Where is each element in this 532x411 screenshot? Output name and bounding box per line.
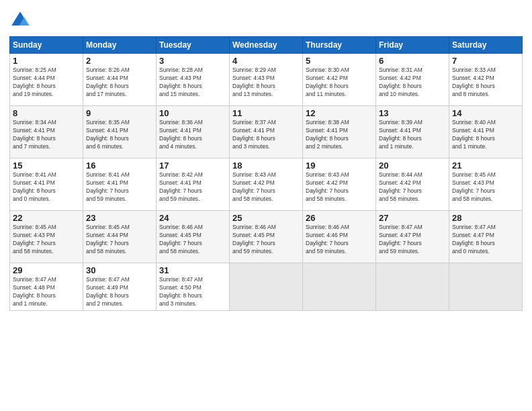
day-info: Sunrise: 8:38 AM Sunset: 4:41 PM Dayligh… [306,119,373,151]
header-cell-monday: Monday [83,37,157,54]
day-info: Sunrise: 8:33 AM Sunset: 4:42 PM Dayligh… [452,66,519,99]
day-info: Sunrise: 8:45 AM Sunset: 4:44 PM Dayligh… [86,224,153,256]
day-cell: 8Sunrise: 8:34 AM Sunset: 4:41 PM Daylig… [10,106,83,158]
day-info: Sunrise: 8:47 AM Sunset: 4:48 PM Dayligh… [13,276,80,308]
day-info: Sunrise: 8:43 AM Sunset: 4:42 PM Dayligh… [306,171,373,203]
day-cell: 26Sunrise: 8:46 AM Sunset: 4:46 PM Dayli… [303,211,376,263]
day-cell: 3Sunrise: 8:28 AM Sunset: 4:43 PM Daylig… [157,54,230,106]
day-info: Sunrise: 8:46 AM Sunset: 4:46 PM Dayligh… [306,224,373,256]
day-info: Sunrise: 8:25 AM Sunset: 4:44 PM Dayligh… [13,66,80,99]
day-cell: 2Sunrise: 8:26 AM Sunset: 4:44 PM Daylig… [83,54,157,106]
week-row-5: 29Sunrise: 8:47 AM Sunset: 4:48 PM Dayli… [10,263,523,311]
day-cell: 16Sunrise: 8:41 AM Sunset: 4:41 PM Dayli… [83,158,157,211]
day-cell [230,263,303,311]
day-info: Sunrise: 8:35 AM Sunset: 4:41 PM Dayligh… [86,119,153,151]
day-number: 8 [13,108,80,118]
logo-icon [9,9,31,31]
week-row-4: 22Sunrise: 8:45 AM Sunset: 4:43 PM Dayli… [10,211,523,263]
day-number: 14 [452,108,519,118]
day-number: 23 [86,213,153,223]
day-cell [376,263,449,311]
header-cell-saturday: Saturday [449,37,523,54]
day-number: 9 [86,108,153,118]
day-number: 30 [86,265,153,275]
day-info: Sunrise: 8:34 AM Sunset: 4:41 PM Dayligh… [13,119,80,151]
day-number: 19 [306,161,373,171]
day-number: 6 [379,56,446,66]
day-info: Sunrise: 8:28 AM Sunset: 4:43 PM Dayligh… [159,66,226,99]
day-info: Sunrise: 8:36 AM Sunset: 4:41 PM Dayligh… [159,119,226,151]
day-number: 1 [13,56,80,66]
day-info: Sunrise: 8:47 AM Sunset: 4:47 PM Dayligh… [452,224,519,256]
day-cell: 21Sunrise: 8:45 AM Sunset: 4:43 PM Dayli… [449,158,523,211]
day-info: Sunrise: 8:43 AM Sunset: 4:42 PM Dayligh… [232,171,300,203]
day-number: 21 [452,161,519,171]
day-info: Sunrise: 8:46 AM Sunset: 4:45 PM Dayligh… [159,224,226,256]
day-number: 25 [232,213,300,223]
day-info: Sunrise: 8:47 AM Sunset: 4:50 PM Dayligh… [159,276,226,308]
day-cell: 27Sunrise: 8:47 AM Sunset: 4:47 PM Dayli… [376,211,449,263]
day-number: 28 [452,213,519,223]
day-number: 13 [379,108,446,118]
day-cell: 23Sunrise: 8:45 AM Sunset: 4:44 PM Dayli… [83,211,157,263]
day-number: 7 [452,56,519,66]
day-cell: 12Sunrise: 8:38 AM Sunset: 4:41 PM Dayli… [303,106,376,158]
week-row-1: 1Sunrise: 8:25 AM Sunset: 4:44 PM Daylig… [10,54,523,106]
day-number: 22 [13,213,80,223]
page-container: SundayMondayTuesdayWednesdayThursdayFrid… [0,0,532,318]
day-cell: 17Sunrise: 8:42 AM Sunset: 4:41 PM Dayli… [157,158,230,211]
day-number: 31 [159,265,226,275]
day-info: Sunrise: 8:47 AM Sunset: 4:49 PM Dayligh… [86,276,153,308]
day-number: 3 [159,56,226,66]
header [9,7,523,31]
day-cell: 19Sunrise: 8:43 AM Sunset: 4:42 PM Dayli… [303,158,376,211]
day-cell: 9Sunrise: 8:35 AM Sunset: 4:41 PM Daylig… [83,106,157,158]
day-cell: 24Sunrise: 8:46 AM Sunset: 4:45 PM Dayli… [157,211,230,263]
day-cell: 20Sunrise: 8:44 AM Sunset: 4:42 PM Dayli… [376,158,449,211]
day-cell: 10Sunrise: 8:36 AM Sunset: 4:41 PM Dayli… [157,106,230,158]
header-cell-sunday: Sunday [10,37,83,54]
day-cell: 28Sunrise: 8:47 AM Sunset: 4:47 PM Dayli… [449,211,523,263]
day-number: 16 [86,161,153,171]
day-number: 24 [159,213,226,223]
day-info: Sunrise: 8:29 AM Sunset: 4:43 PM Dayligh… [232,66,300,99]
day-cell: 30Sunrise: 8:47 AM Sunset: 4:49 PM Dayli… [83,263,157,311]
header-cell-friday: Friday [376,37,449,54]
header-cell-wednesday: Wednesday [230,37,303,54]
calendar-table: SundayMondayTuesdayWednesdayThursdayFrid… [9,36,523,311]
week-row-3: 15Sunrise: 8:41 AM Sunset: 4:41 PM Dayli… [10,158,523,211]
day-cell: 13Sunrise: 8:39 AM Sunset: 4:41 PM Dayli… [376,106,449,158]
day-cell [449,263,523,311]
day-number: 29 [13,265,80,275]
day-info: Sunrise: 8:30 AM Sunset: 4:42 PM Dayligh… [306,66,373,99]
day-number: 2 [86,56,153,66]
day-number: 17 [159,161,226,171]
day-info: Sunrise: 8:45 AM Sunset: 4:43 PM Dayligh… [452,171,519,203]
day-number: 10 [159,108,226,118]
day-number: 26 [306,213,373,223]
day-cell: 5Sunrise: 8:30 AM Sunset: 4:42 PM Daylig… [303,54,376,106]
day-number: 18 [232,161,300,171]
calendar-body: 1Sunrise: 8:25 AM Sunset: 4:44 PM Daylig… [10,54,523,311]
day-info: Sunrise: 8:46 AM Sunset: 4:45 PM Dayligh… [232,224,300,256]
day-info: Sunrise: 8:40 AM Sunset: 4:41 PM Dayligh… [452,119,519,151]
calendar-header: SundayMondayTuesdayWednesdayThursdayFrid… [10,37,523,54]
logo [9,9,34,31]
day-number: 5 [306,56,373,66]
day-info: Sunrise: 8:41 AM Sunset: 4:41 PM Dayligh… [13,171,80,203]
day-info: Sunrise: 8:44 AM Sunset: 4:42 PM Dayligh… [379,171,446,203]
day-cell: 14Sunrise: 8:40 AM Sunset: 4:41 PM Dayli… [449,106,523,158]
day-cell: 11Sunrise: 8:37 AM Sunset: 4:41 PM Dayli… [230,106,303,158]
day-cell: 29Sunrise: 8:47 AM Sunset: 4:48 PM Dayli… [10,263,83,311]
day-info: Sunrise: 8:42 AM Sunset: 4:41 PM Dayligh… [159,171,226,203]
day-info: Sunrise: 8:39 AM Sunset: 4:41 PM Dayligh… [379,119,446,151]
day-cell: 31Sunrise: 8:47 AM Sunset: 4:50 PM Dayli… [157,263,230,311]
day-info: Sunrise: 8:31 AM Sunset: 4:42 PM Dayligh… [379,66,446,99]
day-cell [303,263,376,311]
day-info: Sunrise: 8:41 AM Sunset: 4:41 PM Dayligh… [86,171,153,203]
header-cell-thursday: Thursday [303,37,376,54]
week-row-2: 8Sunrise: 8:34 AM Sunset: 4:41 PM Daylig… [10,106,523,158]
day-cell: 15Sunrise: 8:41 AM Sunset: 4:41 PM Dayli… [10,158,83,211]
day-number: 15 [13,161,80,171]
day-cell: 4Sunrise: 8:29 AM Sunset: 4:43 PM Daylig… [230,54,303,106]
